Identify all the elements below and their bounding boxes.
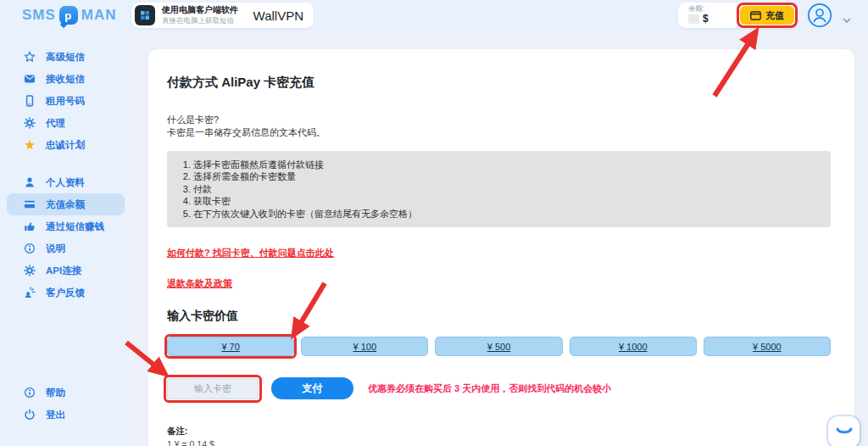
answer-text: 卡密是一串储存交易信息的文本代码。	[167, 126, 831, 139]
person-icon	[24, 176, 36, 188]
sidebar-item-earn-by-sms[interactable]: 通过短信赚钱	[7, 215, 125, 237]
gear-icon	[24, 117, 36, 129]
how-to-pay-link[interactable]: 如何付款? 找回卡密、付款问题点击此处	[167, 248, 334, 258]
credit-card-icon	[24, 198, 36, 210]
pay-row: 支付 优惠券必须在购买后 3 天内使用，否则找到代码的机会较小	[167, 377, 831, 399]
sidebar-item-label: 高级短信	[46, 51, 85, 64]
sidebar-item-logout[interactable]: 登出	[7, 404, 125, 426]
card-value-70-button[interactable]: ¥ 70	[167, 337, 294, 356]
steps-box: 选择卡密面额然后遵循付款链接 选择所需金额的卡密数量 付款 获取卡密 在下方依次…	[167, 151, 831, 228]
step-item: 付款	[193, 183, 817, 196]
envelope-icon	[24, 73, 36, 85]
steps-list: 选择卡密面额然后遵循付款链接 选择所需金额的卡密数量 付款 获取卡密 在下方依次…	[181, 159, 817, 220]
step-item: 获取卡密	[193, 195, 817, 208]
refund-policy-link[interactable]: 退款条款及政策	[167, 278, 232, 288]
banner-title: 使用电脑客户端软件	[162, 5, 238, 16]
note-block: 备注: 1 ¥ = 0.14 $	[167, 425, 831, 446]
sidebar-group-account: 个人资料 充值余额 通过短信赚钱 说明 API连接 客户反馈	[0, 171, 131, 304]
sidebar-item-recharge-balance[interactable]: 充值余额	[7, 193, 125, 215]
balance-pill: 余额: $ 充值	[678, 3, 798, 28]
card-value-500-button[interactable]: ¥ 500	[435, 337, 562, 356]
logo-bubble-letter: p	[64, 9, 72, 22]
logo-text-man: MAN	[81, 7, 117, 24]
sidebar-item-label: 代理	[46, 117, 65, 130]
card-value-100-button[interactable]: ¥ 100	[301, 337, 428, 356]
sidebar-item-help[interactable]: 帮助	[7, 382, 125, 404]
balance-currency: $	[703, 14, 709, 25]
card-value-label: ¥ 70	[221, 342, 239, 352]
topup-button[interactable]: 充值	[740, 6, 794, 25]
help-icon	[24, 387, 36, 399]
sidebar-item-customer-feedback[interactable]: 客户反馈	[7, 282, 125, 304]
card-value-1000-button[interactable]: ¥ 1000	[570, 337, 697, 356]
sidebar-item-label: 通过短信赚钱	[46, 220, 104, 233]
power-icon	[24, 409, 36, 421]
star-outline-icon	[24, 51, 36, 63]
sidebar-item-profile[interactable]: 个人资料	[7, 171, 125, 193]
sidebar-item-label: 租用号码	[46, 95, 85, 108]
currency-placeholder-icon	[688, 14, 699, 24]
note-label: 备注:	[167, 425, 831, 438]
sidebar: 高级短信 接收短信 租用号码 代理 忠诚计划 个人资料 充值余额	[0, 46, 131, 426]
sidebar-item-label: 帮助	[46, 387, 65, 399]
thumbs-up-icon	[24, 220, 36, 232]
sidebar-item-label: 忠诚计划	[46, 139, 85, 152]
exchange-rate: 1 ¥ = 0.14 $	[167, 438, 831, 446]
balance-block: 余额: $	[688, 5, 709, 25]
customer-feedback-icon	[24, 287, 36, 298]
topup-button-label: 充值	[765, 9, 784, 22]
payment-card: 付款方式 AliPay 卡密充值 什么是卡密? 卡密是一串储存交易信息的文本代码…	[148, 49, 854, 446]
coupon-warning-text: 优惠券必须在购买后 3 天内使用，否则找到代码的机会较小	[368, 382, 611, 395]
card-value-label: ¥ 100	[353, 342, 377, 352]
step-item: 在下方依次键入收到的卡密（留意结尾有无多余空格）	[193, 208, 817, 220]
logo-text-sms: SMS	[22, 7, 56, 24]
sidebar-item-label: 接收短信	[46, 73, 85, 86]
avatar[interactable]	[807, 3, 832, 28]
sidebar-item-proxy[interactable]: 代理	[7, 112, 125, 134]
card-code-input[interactable]	[167, 378, 259, 399]
step-item: 选择所需金额的卡密数量	[193, 170, 817, 183]
sidebar-item-label: 充值余额	[46, 198, 85, 211]
card-value-label: ¥ 500	[487, 342, 511, 352]
sidebar-item-instructions[interactable]: 说明	[7, 237, 125, 259]
sidebar-item-loyalty-program[interactable]: 忠诚计划	[7, 134, 125, 156]
sidebar-group-services: 高级短信 接收短信 租用号码 代理 忠诚计划	[0, 46, 131, 156]
sidebar-item-label: 登出	[46, 409, 65, 421]
card-value-options: ¥ 70 ¥ 100 ¥ 500 ¥ 1000 ¥ 5000	[167, 337, 831, 356]
chat-smile-icon	[836, 427, 853, 438]
desktop-client-banner[interactable]: 使用电脑客户端软件 直接在电脑上获取短信 WallVPN	[131, 3, 314, 28]
sidebar-item-label: 个人资料	[46, 176, 85, 189]
chat-widget[interactable]	[828, 416, 860, 446]
sidebar-item-label: 说明	[46, 243, 65, 255]
chevron-down-icon[interactable]	[843, 11, 851, 26]
star-filled-icon	[24, 139, 36, 151]
sms-man-logo[interactable]: SMS p MAN	[22, 6, 117, 25]
page-title: 付款方式 AliPay 卡密充值	[167, 75, 831, 91]
sidebar-item-label: 客户反馈	[46, 287, 85, 299]
banner-product-name: WallVPN	[253, 8, 303, 23]
banner-text: 使用电脑客户端软件 直接在电脑上获取短信	[162, 5, 238, 25]
pay-button[interactable]: 支付	[271, 377, 353, 399]
card-icon	[750, 11, 761, 20]
phone-icon	[24, 95, 36, 107]
card-value-label: ¥ 1000	[619, 342, 648, 352]
chat-bubble-logo-icon: p	[59, 6, 78, 25]
gear-icon	[24, 265, 36, 276]
sidebar-item-premium-sms[interactable]: 高级短信	[7, 46, 125, 68]
sidebar-item-api-connection[interactable]: API连接	[7, 259, 125, 282]
question-text: 什么是卡密?	[167, 114, 831, 126]
value-section-heading: 输入卡密价值	[167, 309, 831, 324]
banner-subtitle: 直接在电脑上获取短信	[162, 16, 238, 25]
step-item: 选择卡密面额然后遵循付款链接	[193, 159, 817, 171]
sidebar-item-label: API连接	[46, 265, 81, 277]
sidebar-item-rent-number[interactable]: 租用号码	[7, 90, 125, 112]
info-icon	[24, 243, 36, 254]
card-value-label: ¥ 5000	[753, 342, 782, 352]
what-is-card-code: 什么是卡密? 卡密是一串储存交易信息的文本代码。	[167, 114, 831, 140]
card-value-5000-button[interactable]: ¥ 5000	[704, 337, 831, 356]
sidebar-group-bottom: 帮助 登出	[0, 382, 131, 426]
sidebar-item-receive-sms[interactable]: 接收短信	[7, 68, 125, 90]
desktop-client-icon	[135, 5, 155, 25]
